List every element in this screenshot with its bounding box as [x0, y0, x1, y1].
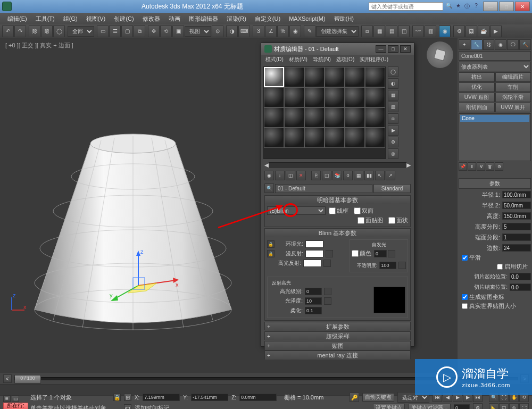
diffuse-color-swatch[interactable]	[305, 250, 323, 257]
y-coord-input[interactable]	[191, 394, 228, 401]
ambient-color-swatch[interactable]	[305, 240, 323, 248]
named-sel-set-dropdown[interactable]: 创建选择集	[316, 26, 359, 37]
key-filters-button[interactable]: 关键点过滤器...	[408, 404, 451, 409]
optimize-button[interactable]: 优化	[459, 82, 495, 92]
x-coord-input[interactable]	[143, 394, 180, 401]
show-in-viewport-button[interactable]: ▦	[354, 171, 363, 180]
viewport-label[interactable]: [ +0 ][ 正交 ][ 真实 + 边面 ]	[5, 41, 73, 49]
ambient-lock-button[interactable]: 🔒	[267, 240, 275, 248]
spec-level-spinner[interactable]	[305, 288, 322, 295]
parameters-rollout-header[interactable]: 参数	[459, 178, 531, 189]
make-preview-button[interactable]: ▶	[388, 125, 398, 136]
uvw-unwrap-button[interactable]: UVW 展开	[495, 103, 531, 112]
display-tab[interactable]: 🖵	[507, 39, 519, 50]
me-menu-options[interactable]: 选项(O)	[334, 55, 356, 64]
key-mode-button[interactable]: 🔑	[350, 393, 359, 402]
two-sided-checkbox[interactable]	[354, 207, 361, 214]
specular-color-swatch[interactable]	[303, 260, 321, 267]
diffuse-lock-button[interactable]: 🔒	[267, 250, 275, 257]
select-object-button[interactable]: ▭	[97, 26, 109, 37]
specular-map-button[interactable]	[323, 260, 331, 267]
menu-customize[interactable]: 自定义(U)	[251, 13, 285, 24]
edit-patch-button[interactable]: 编辑面片	[495, 72, 531, 82]
sample-scrollbar[interactable]	[269, 162, 406, 168]
zoom-extents-button[interactable]: ◱	[499, 403, 509, 409]
slice-from-spinner[interactable]	[510, 273, 531, 280]
me-maximize-button[interactable]: □	[388, 45, 398, 53]
selection-filter-dropdown[interactable]: 全部	[68, 26, 94, 37]
rendered-frame-button[interactable]: 🖼	[466, 26, 477, 37]
me-menu-utilities[interactable]: 实用程序(U)	[358, 55, 390, 64]
select-rotate-button[interactable]: ⟲	[160, 26, 172, 37]
menu-animation[interactable]: 动画	[164, 13, 185, 24]
menu-graph-editors[interactable]: 图形编辑器	[185, 13, 222, 24]
modifier-list-dropdown[interactable]: 修改器列表	[459, 62, 531, 71]
video-check-button[interactable]: ⧈	[388, 113, 398, 124]
face-map-checkbox[interactable]	[358, 217, 364, 224]
enable-slice-checkbox[interactable]	[497, 264, 503, 270]
wireframe-checkbox[interactable]	[329, 207, 336, 214]
reset-map-button[interactable]: ✕	[296, 171, 306, 180]
slice-button[interactable]: 剖切剖面	[459, 103, 495, 112]
mirror-button[interactable]: ⧈	[361, 26, 373, 37]
material-slot-5[interactable]	[345, 67, 365, 87]
manipulate-button[interactable]: ◑	[226, 26, 238, 37]
shader-params-rollout-header[interactable]: 明暗器基本参数	[265, 196, 410, 204]
sample-uv-button[interactable]: ▨	[388, 102, 398, 112]
radius1-spinner[interactable]	[502, 191, 531, 198]
modifier-stack[interactable]: Cone	[459, 113, 531, 161]
me-close-button[interactable]: ✕	[400, 45, 411, 53]
go-to-parent-button[interactable]: ↖	[375, 171, 385, 180]
align-button[interactable]: ▦	[373, 26, 385, 37]
opacity-spinner[interactable]	[379, 262, 396, 269]
menu-views[interactable]: 视图(V)	[82, 13, 110, 24]
time-tag-button[interactable]: 🏷	[124, 404, 131, 409]
gloss-map-button[interactable]	[324, 297, 331, 305]
material-slot-21[interactable]	[304, 128, 325, 148]
select-by-name-button[interactable]: ☰	[109, 26, 121, 37]
opacity-map-button[interactable]	[398, 262, 406, 269]
material-slot-9[interactable]	[304, 87, 325, 107]
z-coord-input[interactable]	[239, 394, 277, 401]
mentalray-rollout[interactable]: +mental ray 连接	[265, 351, 410, 360]
utilities-tab[interactable]: 🔨	[519, 39, 531, 50]
material-editor-button[interactable]: ◉	[439, 26, 451, 37]
material-slot-15[interactable]	[304, 107, 325, 128]
render-setup-button[interactable]: ⚙	[453, 26, 465, 37]
put-to-scene-button[interactable]: ↓	[275, 171, 285, 180]
material-slot-14[interactable]	[284, 107, 304, 128]
maxscript-mini-listener-button[interactable]: 所在行:	[3, 403, 28, 410]
quickrender-button[interactable]: ▶	[490, 26, 502, 37]
hierarchy-tab[interactable]: ⛓	[483, 39, 495, 50]
material-slot-6[interactable]	[365, 67, 385, 87]
set-key-button[interactable]: 设置关键点	[373, 404, 405, 409]
schematic-view-button[interactable]: ▥	[425, 26, 436, 37]
create-tab[interactable]: ✦	[459, 39, 470, 50]
menu-maxscript[interactable]: MAXScript(M)	[285, 14, 329, 23]
material-slot-7[interactable]	[264, 87, 284, 107]
motion-tab[interactable]: ◉	[495, 39, 506, 50]
time-slider-thumb[interactable]: 0 / 100	[14, 375, 41, 383]
pin-stack-button[interactable]: 📌	[459, 162, 467, 171]
real-world-checkbox[interactable]	[462, 303, 468, 309]
material-type-button[interactable]: Standard	[373, 184, 411, 193]
make-copy-button[interactable]: ⎘	[311, 171, 321, 180]
select-move-button[interactable]: ✥	[148, 26, 160, 37]
select-by-material-button[interactable]: ◎	[388, 148, 398, 159]
help-search-input[interactable]	[369, 2, 443, 11]
menu-rendering[interactable]: 渲染(R)	[222, 13, 251, 24]
arc-rotate-button[interactable]: ◎	[509, 403, 519, 409]
get-material-button[interactable]: ◉	[264, 171, 274, 180]
rectangular-select-button[interactable]: ▢	[121, 26, 133, 37]
remove-modifier-button[interactable]: 🗑	[486, 162, 494, 171]
material-slot-10[interactable]	[325, 87, 345, 107]
capsegs-spinner[interactable]	[502, 233, 531, 241]
viewcube[interactable]	[427, 41, 453, 68]
scroll-right-icon[interactable]: ▶	[406, 162, 411, 169]
gen-map-coords-checkbox[interactable]	[462, 294, 468, 300]
material-slot-19[interactable]	[264, 128, 284, 148]
max-toggle-button[interactable]: ⛶	[519, 403, 529, 409]
extrude-button[interactable]: 挤出	[459, 72, 495, 82]
material-slot-4[interactable]	[325, 67, 345, 87]
menu-edit[interactable]: 编辑(E)	[3, 13, 31, 24]
